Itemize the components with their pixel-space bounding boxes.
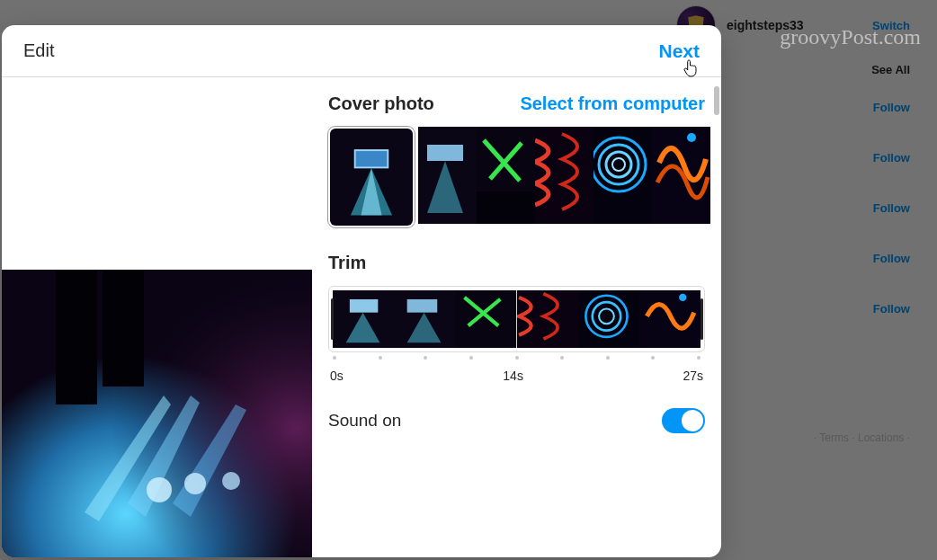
svg-rect-4 [103,270,144,387]
svg-rect-41 [578,290,639,348]
modal-header: Edit Next [2,25,721,77]
cover-thumb[interactable] [652,127,710,224]
trim-handle-start[interactable] [329,289,335,350]
preview-padding-top [2,77,312,270]
cover-thumb-selected[interactable] [328,127,415,227]
svg-rect-22 [477,191,535,224]
trim-tick-mid: 14s [503,360,523,383]
trim-frame [333,290,394,348]
svg-point-9 [184,473,206,494]
scrollbar[interactable] [714,86,719,115]
select-from-computer-link[interactable]: Select from computer [520,93,705,114]
trim-tick-start: 0s [330,360,344,383]
trim-frame [517,290,578,348]
sound-label: Sound on [328,411,401,431]
media-preview-pane [2,77,312,557]
video-frame-icon [2,270,312,557]
trim-frame [455,290,516,348]
back-edit-button[interactable]: Edit [23,40,54,61]
edit-post-modal: Edit Next [2,25,721,557]
svg-point-30 [687,133,696,142]
svg-rect-35 [407,299,438,313]
toggle-knob [682,410,703,431]
cover-thumb[interactable] [418,127,477,224]
svg-rect-32 [350,299,378,313]
trim-ticks: 0s 14s 27s [328,352,705,383]
next-button[interactable]: Next [658,40,700,62]
cover-photo-title: Cover photo [328,93,434,114]
sound-toggle[interactable] [662,408,705,433]
svg-point-46 [679,294,686,301]
video-preview[interactable] [2,270,312,557]
trim-section: Trim [328,253,705,383]
modal-body: Cover photo Select from computer [2,77,721,557]
cover-photo-strip [328,127,705,227]
svg-point-8 [147,477,172,502]
trim-frame [578,290,639,348]
video-settings-pane: Cover photo Select from computer [312,77,721,557]
svg-rect-17 [427,145,463,161]
trim-tick-end: 27s [683,360,703,383]
cover-thumb[interactable] [535,127,593,224]
cover-photo-header: Cover photo Select from computer [328,93,705,114]
cover-thumb[interactable] [477,127,535,224]
trim-frame [394,290,455,348]
trim-slider[interactable] [328,286,705,352]
trim-title: Trim [328,253,366,273]
svg-rect-3 [56,270,97,404]
svg-point-10 [222,472,240,490]
trim-handle-end[interactable] [699,289,704,350]
trim-frame [639,290,701,348]
svg-rect-13 [356,151,388,166]
next-button-label: Next [658,40,700,61]
cover-thumb[interactable] [593,127,652,224]
sound-row: Sound on [328,403,705,433]
